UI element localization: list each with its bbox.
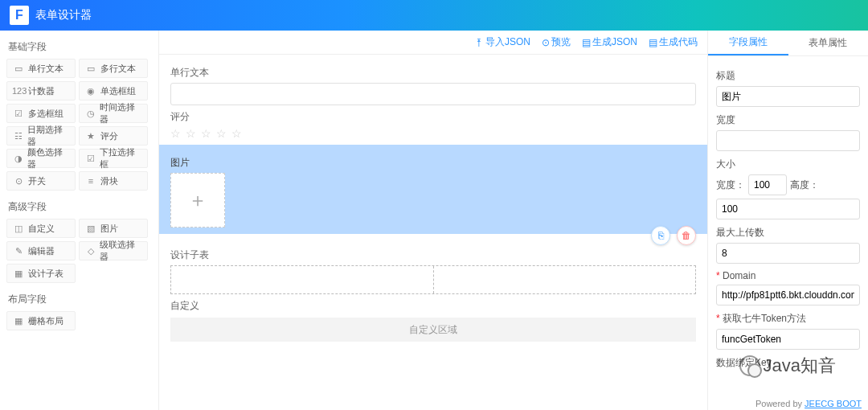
pal-counter[interactable]: 123计数器 xyxy=(6,81,76,100)
import-json-button[interactable]: ⭱导入JSON xyxy=(474,35,530,49)
upload-icon: ⭱ xyxy=(474,37,484,48)
prop-label-bindkey: 数据绑定Key xyxy=(716,356,860,370)
counter-icon: 123 xyxy=(12,86,25,96)
size-h-label: 高度： xyxy=(790,178,819,192)
subtable-zone[interactable] xyxy=(170,265,696,294)
pal-checkbox[interactable]: ☑多选框组 xyxy=(6,104,76,123)
footer-link[interactable]: JEECG BOOT xyxy=(805,399,862,408)
star-icon: ☆ xyxy=(231,127,242,140)
star-icon: ☆ xyxy=(170,127,181,140)
pal-date[interactable]: ☷日期选择器 xyxy=(6,126,76,146)
checkbox-icon: ☑ xyxy=(12,109,25,119)
textarea-icon: ▭ xyxy=(84,64,97,74)
footer: Powered by JEECG BOOT xyxy=(755,399,862,408)
text-icon: ▭ xyxy=(12,64,25,74)
slider-icon: ≡ xyxy=(84,176,97,186)
pal-time[interactable]: ◷时间选择器 xyxy=(79,104,148,123)
clock-icon: ◷ xyxy=(84,109,96,119)
prop-size-w-input[interactable] xyxy=(748,174,787,195)
pal-rate[interactable]: ★评分 xyxy=(79,126,148,146)
copy-field-button[interactable]: ⎘ xyxy=(651,226,670,245)
delete-field-button[interactable]: 🗑 xyxy=(677,226,696,245)
tab-field-props[interactable]: 字段属性 xyxy=(708,31,788,55)
pal-image[interactable]: ▧图片 xyxy=(79,219,148,238)
field-label-text: 单行文本 xyxy=(170,66,696,80)
pal-color[interactable]: ◑颜色选择器 xyxy=(6,149,76,168)
prop-max-input[interactable] xyxy=(716,243,860,264)
prop-domain-input[interactable] xyxy=(716,285,860,305)
star-icon: ☆ xyxy=(216,127,227,140)
app-title: 表单设计器 xyxy=(35,8,92,23)
field-palette: 基础字段 ▭单行文本 ▭多行文本 123计数器 ◉单选框组 ☑多选框组 ◷时间选… xyxy=(0,31,159,410)
pal-select[interactable]: ☑下拉选择框 xyxy=(79,149,148,168)
prop-token-input[interactable] xyxy=(716,329,860,350)
selected-field-image[interactable]: 图片 ＋ ⎘ 🗑 xyxy=(159,145,707,234)
tab-form-props[interactable]: 表单属性 xyxy=(788,31,869,55)
field-label-subtable: 设计子表 xyxy=(170,248,696,262)
preview-button[interactable]: ⊙预览 xyxy=(542,35,571,49)
pal-grid[interactable]: ▦栅格布局 xyxy=(6,311,76,330)
field-label-rate: 评分 xyxy=(170,110,696,124)
properties-panel: 字段属性 表单属性 标题 宽度 大小 宽度： 高度： 最大上传数 Domain … xyxy=(707,31,868,410)
custom-icon: ◫ xyxy=(12,223,25,234)
eye-icon: ⊙ xyxy=(542,37,550,48)
prop-width-input[interactable] xyxy=(716,130,860,151)
pal-subtable[interactable]: ▦设计子表 xyxy=(6,264,76,283)
calendar-icon: ☷ xyxy=(12,131,24,141)
canvas-toolbar: ⭱导入JSON ⊙预览 ▤生成JSON ▤生成代码 xyxy=(159,31,707,55)
app-header: F 表单设计器 xyxy=(0,0,868,31)
code-icon: ▤ xyxy=(649,37,657,48)
prop-label-token: 获取七牛Token方法 xyxy=(716,312,860,326)
prop-label-size: 大小 xyxy=(716,158,860,171)
grid-icon: ▦ xyxy=(12,316,25,326)
star-icon: ☆ xyxy=(186,127,196,140)
palette-group-title: 基础字段 xyxy=(6,35,152,59)
trash-icon: 🗑 xyxy=(682,230,691,241)
pal-editor[interactable]: ✎编辑器 xyxy=(6,241,76,260)
prop-size-h-input[interactable] xyxy=(716,199,860,219)
text-input[interactable] xyxy=(170,83,696,105)
pal-radio[interactable]: ◉单选框组 xyxy=(79,81,148,100)
field-label-custom: 自定义 xyxy=(170,299,696,313)
prop-label-domain: Domain xyxy=(716,270,860,281)
image-upload-box[interactable]: ＋ xyxy=(170,173,225,228)
cascader-icon: ◇ xyxy=(84,246,96,256)
palette-group-title: 高级字段 xyxy=(6,195,152,219)
canvas: ⭱导入JSON ⊙预览 ▤生成JSON ▤生成代码 单行文本 评分 ☆ ☆ ☆ … xyxy=(159,31,707,410)
prop-label-width: 宽度 xyxy=(716,113,860,127)
field-label-image: 图片 xyxy=(170,156,696,170)
pal-text[interactable]: ▭单行文本 xyxy=(6,59,76,78)
custom-zone[interactable]: 自定义区域 xyxy=(170,318,696,342)
rate-widget[interactable]: ☆ ☆ ☆ ☆ ☆ xyxy=(170,127,696,140)
prop-label-max: 最大上传数 xyxy=(716,226,860,240)
size-w-label: 宽度： xyxy=(716,178,745,192)
gen-code-button[interactable]: ▤生成代码 xyxy=(649,35,698,49)
copy-icon: ⎘ xyxy=(658,230,664,241)
radio-icon: ◉ xyxy=(84,86,97,96)
color-icon: ◑ xyxy=(12,154,24,164)
pal-custom[interactable]: ◫自定义 xyxy=(6,219,76,238)
pal-cascader[interactable]: ◇级联选择器 xyxy=(79,241,148,260)
prop-label-title: 标题 xyxy=(716,69,860,83)
pal-slider[interactable]: ≡滑块 xyxy=(79,171,148,191)
app-logo: F xyxy=(10,6,29,25)
image-icon: ▧ xyxy=(84,223,97,234)
star-icon: ★ xyxy=(84,131,97,141)
palette-group-title: 布局字段 xyxy=(6,288,152,311)
json-icon: ▤ xyxy=(582,37,591,48)
switch-icon: ⊙ xyxy=(12,176,25,187)
prop-title-input[interactable] xyxy=(716,86,860,107)
table-icon: ▦ xyxy=(12,269,25,279)
editor-icon: ✎ xyxy=(12,246,25,256)
star-icon: ☆ xyxy=(201,127,211,140)
pal-textarea[interactable]: ▭多行文本 xyxy=(79,59,148,78)
gen-json-button[interactable]: ▤生成JSON xyxy=(582,35,637,49)
select-icon: ☑ xyxy=(84,154,96,164)
pal-switch[interactable]: ⊙开关 xyxy=(6,171,76,191)
plus-icon: ＋ xyxy=(188,187,207,213)
